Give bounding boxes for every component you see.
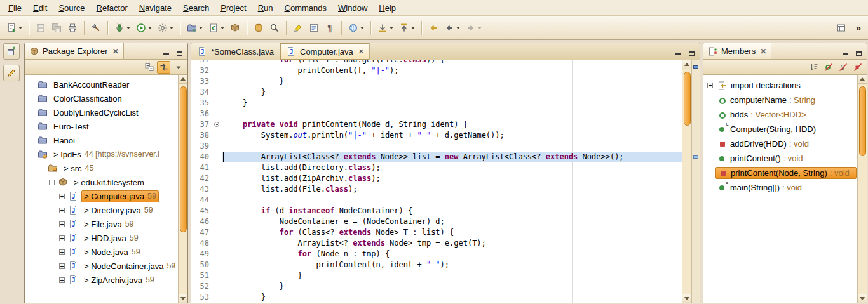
scroll-down-arrow[interactable] — [858, 294, 867, 303]
back-button[interactable] — [442, 20, 463, 36]
tree-expander[interactable]: + — [59, 208, 65, 213]
member-item[interactable]: computerName: String — [707, 93, 857, 107]
menu-run[interactable]: Run — [252, 1, 279, 15]
show-whitespace-button[interactable]: ¶ — [322, 20, 337, 36]
tree-item[interactable]: BankAccountReader — [25, 77, 177, 91]
editor-tab-computerjava[interactable]: JComputer.java× — [280, 43, 370, 60]
collapse-all-button[interactable] — [142, 61, 156, 74]
code-line[interactable]: list.add(Directory.class); — [222, 162, 682, 173]
view-menu-button[interactable] — [172, 61, 185, 74]
members-vertical-scrollbar[interactable] — [857, 75, 867, 303]
tree-expander[interactable]: + — [59, 235, 65, 241]
show-selected-element-button[interactable] — [306, 20, 322, 36]
search-button[interactable] — [267, 20, 282, 36]
menu-edit[interactable]: Edit — [27, 1, 53, 15]
tree-item[interactable]: -> edu.kit.filesystem — [25, 175, 177, 189]
menu-file[interactable]: File — [3, 1, 27, 15]
editor-shortcut-button[interactable] — [3, 65, 20, 81]
code-line[interactable]: } — [222, 76, 682, 87]
tree-item[interactable]: +J> ZipArchiv.java59 — [25, 273, 177, 287]
hide-non-public-members-button[interactable] — [851, 61, 864, 74]
member-expander[interactable]: + — [707, 83, 713, 88]
editor-tab-someclassjava[interactable]: J*SomeClass.java — [191, 43, 280, 60]
menu-help[interactable]: Help — [373, 1, 402, 15]
dropdown-arrow-icon[interactable] — [411, 27, 415, 29]
next-annotation-button[interactable] — [375, 20, 396, 36]
tree-item[interactable]: ColorClassification — [25, 91, 177, 105]
run-button[interactable] — [133, 20, 154, 36]
web-browser-button[interactable] — [346, 20, 367, 36]
sort-button[interactable] — [807, 61, 820, 74]
tree-vertical-scrollbar[interactable] — [178, 75, 187, 303]
code-line[interactable]: } — [222, 292, 682, 303]
editor-vertical-scrollbar[interactable] — [682, 60, 691, 303]
close-icon[interactable]: × — [359, 47, 363, 56]
dropdown-arrow-icon[interactable] — [199, 27, 203, 29]
member-item[interactable]: hdds: Vector<HDD> — [707, 107, 857, 122]
code-line[interactable]: } — [222, 98, 682, 109]
tree-item[interactable]: +J> Node.java59 — [25, 245, 177, 259]
code-editor[interactable]: 31 for (File f : hdd.get(File.class)) {3… — [191, 60, 682, 303]
tree-item[interactable]: -> IpdFs44 [https://svnserver.i — [25, 147, 177, 161]
dropdown-arrow-icon[interactable] — [220, 27, 224, 29]
last-edit-location-button[interactable] — [426, 20, 441, 36]
open-perspective-button[interactable] — [834, 20, 849, 36]
build-all-button[interactable] — [88, 20, 104, 36]
dropdown-arrow-icon[interactable] — [478, 27, 482, 29]
maximize-button[interactable] — [173, 46, 185, 56]
print-button[interactable] — [65, 20, 80, 36]
menu-source[interactable]: Source — [53, 1, 90, 15]
tree-expander[interactable]: - — [39, 166, 44, 171]
new-java-class-button[interactable]: C — [206, 20, 227, 36]
code-line[interactable]: } — [222, 87, 682, 98]
minimize-button[interactable] — [672, 46, 684, 56]
scroll-down-arrow[interactable] — [179, 294, 187, 303]
scrollbar-thumb[interactable] — [684, 72, 691, 126]
editor-content[interactable]: 31 for (File f : hdd.get(File.class)) {3… — [191, 60, 700, 303]
tree-expander[interactable]: + — [59, 249, 65, 255]
maximize-button[interactable] — [686, 46, 697, 56]
mark-occurrences-button[interactable] — [290, 20, 306, 36]
dropdown-arrow-icon[interactable] — [360, 27, 364, 29]
new-java-package-button[interactable] — [227, 20, 243, 36]
tree-item[interactable]: +J> Directory.java59 — [25, 203, 177, 217]
member-item[interactable]: addDrive(HDD): void — [707, 136, 857, 151]
new-java-project-button[interactable] — [184, 20, 205, 36]
member-item[interactable]: cComputer(String, HDD) — [707, 122, 857, 136]
tree-item[interactable]: DoublyLinkedCyclicList — [25, 105, 177, 119]
new-wizard-button[interactable] — [4, 20, 25, 36]
dropdown-arrow-icon[interactable] — [456, 27, 460, 29]
tree-expander[interactable]: - — [49, 180, 55, 185]
member-item[interactable]: printContent(Node, String): void — [707, 166, 857, 180]
scrollbar-thumb[interactable] — [859, 86, 866, 156]
menu-window[interactable]: Window — [332, 1, 373, 15]
scroll-up-arrow[interactable] — [179, 75, 187, 84]
scroll-up-arrow[interactable] — [858, 75, 867, 84]
code-line[interactable]: System.out.println("|-" + ident + " " + … — [222, 130, 682, 141]
menu-refactor[interactable]: Refactor — [91, 1, 133, 15]
menu-commands[interactable]: Commands — [279, 1, 332, 15]
tree-item[interactable]: Euro-Test — [25, 119, 177, 133]
overview-ruler[interactable] — [691, 60, 700, 303]
save-button[interactable] — [33, 20, 48, 36]
tree-item[interactable]: Hanoi — [25, 133, 177, 147]
code-line[interactable]: } — [222, 281, 682, 292]
dropdown-arrow-icon[interactable] — [390, 27, 393, 29]
minimize-button[interactable] — [839, 46, 851, 56]
restore-view-button[interactable] — [3, 43, 20, 60]
tree-item[interactable]: +J> HDD.java59 — [25, 231, 177, 245]
tree-expander[interactable]: + — [59, 277, 65, 283]
hide-fields-button[interactable] — [822, 61, 835, 74]
tree-item[interactable]: +J> File.java59 — [25, 217, 177, 231]
code-line[interactable]: } — [222, 270, 682, 281]
external-tools-button[interactable] — [155, 20, 176, 36]
overview-marker[interactable] — [693, 65, 698, 69]
scroll-down-arrow[interactable] — [682, 294, 691, 303]
dropdown-arrow-icon[interactable] — [170, 27, 173, 29]
menu-navigate[interactable]: Navigate — [133, 1, 177, 15]
dropdown-arrow-icon[interactable] — [18, 27, 22, 29]
close-icon[interactable]: ✕ — [760, 47, 766, 56]
toolbar-overflow-chevron[interactable]: » — [853, 22, 864, 33]
member-item[interactable]: printContent(): void — [707, 151, 857, 166]
code-line[interactable]: NodeContainer e = (NodeContainer) d; — [222, 216, 682, 227]
